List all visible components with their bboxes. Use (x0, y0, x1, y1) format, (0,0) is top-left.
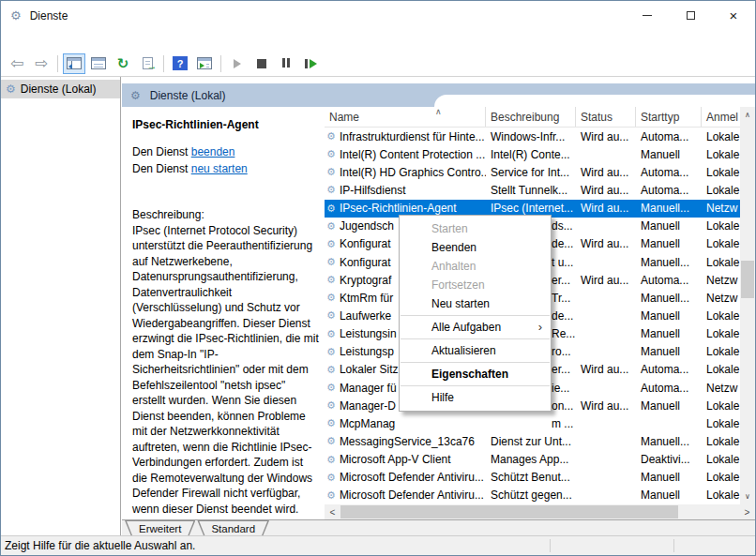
service-description-cell: Manages App... (486, 453, 576, 466)
service-row[interactable]: ⚙Infrastrukturdienst für Hinte... Window… (325, 128, 742, 145)
column-header-starttyp[interactable]: Starttyp (636, 107, 702, 127)
list-tab-curve (434, 95, 755, 107)
scroll-right-button[interactable]: > (739, 504, 755, 519)
status-text: Zeigt Hilfe für die aktuelle Auswahl an. (5, 539, 195, 552)
service-name: Manager-D (340, 399, 396, 413)
service-starttype-cell: Manuell (636, 309, 702, 323)
service-row[interactable]: ⚙Microsoft App-V Client Manages App... D… (325, 451, 742, 469)
context-menu-item-label: Anhalten (431, 260, 476, 273)
start-service-button[interactable] (226, 53, 249, 74)
description-label: Beschreibung: (132, 207, 319, 223)
minimize-button[interactable] (626, 1, 669, 30)
scroll-up-button[interactable]: ∧ (740, 107, 755, 123)
forward-arrow-icon: ⇨ (35, 55, 48, 71)
service-starttype-cell: Manuell... (636, 202, 702, 215)
service-logon-cell: Lokale (702, 435, 742, 448)
service-logon-cell: Lokale (702, 166, 742, 179)
context-menu-item[interactable]: Neu starten (400, 294, 551, 313)
service-logon-cell: Netzw (702, 274, 742, 287)
selected-service-title: IPsec-Richtlinien-Agent (132, 118, 319, 131)
horizontal-scroll-thumb[interactable] (340, 505, 678, 518)
column-header-name[interactable]: Name (325, 107, 486, 127)
service-row[interactable]: ⚙MessagingService_13ca76 Dienst zur Unt.… (325, 432, 742, 450)
list-header: ∧ Name Beschreibung Status Starttyp Anme… (325, 107, 742, 128)
scroll-down-button[interactable]: ∨ (740, 488, 755, 504)
service-name: Konfigurat (340, 237, 391, 250)
window-title: Dienste (30, 9, 68, 23)
extended-view-button[interactable] (193, 53, 216, 74)
stop-line-prefix: Den Dienst (132, 145, 191, 158)
context-menu-item-label: Neu starten (431, 297, 490, 310)
service-name-cell: ⚙Microsoft App-V Client (325, 453, 486, 466)
service-description-cell: IPsec (Internet... (486, 202, 576, 215)
properties-icon (91, 57, 106, 69)
service-gear-icon: ⚙ (326, 436, 336, 446)
context-menu-item[interactable]: Fortsetzen (400, 276, 551, 294)
context-menu-item (401, 315, 550, 316)
menu-item[interactable] (3, 38, 22, 42)
service-name-cell: ⚙MessagingService_13ca76 (325, 435, 486, 448)
restart-service-link[interactable]: neu starten (191, 162, 248, 175)
service-row[interactable]: ⚙Intel(R) HD Graphics Contro... Service … (325, 163, 742, 181)
restart-service-button[interactable] (299, 53, 322, 74)
service-gear-icon: ⚙ (326, 167, 336, 177)
scroll-left-button[interactable]: < (325, 504, 340, 519)
context-menu-item[interactable]: Hilfe (400, 388, 551, 407)
view-tab[interactable]: Erweitert (125, 520, 195, 536)
close-button[interactable]: × (712, 1, 755, 30)
column-header-beschreibung[interactable]: Beschreibung (486, 107, 576, 127)
service-description-cell: Intel(R) Conte... (486, 148, 576, 161)
menu-item[interactable] (59, 38, 78, 42)
back-button[interactable]: ⇦ (6, 53, 28, 74)
horizontal-scrollbar[interactable]: < > (325, 504, 755, 519)
service-starttype-cell: Manuell (636, 399, 702, 413)
export-list-button[interactable]: → (136, 53, 159, 74)
show-console-tree-button[interactable] (63, 53, 85, 74)
status-bar: Zeigt Hilfe für die aktuelle Auswahl an. (1, 535, 755, 555)
maximize-button[interactable] (669, 1, 712, 30)
context-menu-item[interactable]: Starten (400, 219, 551, 238)
context-menu-item[interactable]: Alle Aufgaben › (400, 318, 551, 337)
vertical-scrollbar[interactable]: ∧ ∨ (740, 107, 755, 504)
stop-service-button[interactable] (250, 53, 273, 74)
service-logon-cell: Netzw (702, 292, 742, 305)
refresh-button[interactable]: ↻ (112, 53, 134, 74)
vertical-scroll-thumb[interactable] (741, 261, 754, 298)
context-menu-item[interactable]: Anhalten (400, 257, 551, 276)
service-name-cell: ⚙Intel(R) HD Graphics Contro... (325, 166, 486, 179)
service-row[interactable]: ⚙Intel(R) Content Protection ... Intel(R… (325, 145, 742, 163)
tree-item-dienste-lokal[interactable]: ⚙ Dienste (Lokal) (1, 80, 120, 98)
menu-item[interactable] (22, 38, 40, 42)
maximize-icon (687, 11, 695, 20)
service-starttype-cell: Manuell... (636, 435, 702, 448)
service-gear-icon: ⚙ (326, 473, 336, 483)
column-header-anmelden[interactable]: Anmel (702, 107, 742, 127)
pause-service-button[interactable] (275, 53, 297, 74)
service-row[interactable]: ⚙IP-Hilfsdienst Stellt Tunnelk... Wird a… (325, 181, 742, 199)
context-menu-item[interactable]: Eigenschaften (400, 365, 551, 383)
help-button[interactable]: ? (169, 53, 191, 74)
service-starttype-cell: Manuell... (636, 292, 702, 305)
view-tabs: ErweitertStandard (122, 519, 755, 536)
column-header-status[interactable]: Status (576, 107, 636, 127)
context-menu-item[interactable]: Aktualisieren (400, 341, 551, 360)
context-menu-item (401, 362, 550, 363)
forward-button[interactable]: ⇨ (30, 53, 53, 74)
service-name: KtmRm für (340, 292, 393, 305)
service-row[interactable]: ⚙Microsoft Defender Antiviru... Schützt … (325, 469, 742, 487)
service-gear-icon: ⚙ (326, 149, 336, 159)
service-name-cell: ⚙Intel(R) Content Protection ... (325, 148, 486, 161)
stop-service-link[interactable]: beenden (191, 145, 235, 158)
service-description-cell: Service for Int... (486, 166, 576, 179)
service-row[interactable]: ⚙McpManag m ... Lokale (325, 414, 742, 432)
view-tab-label: Erweitert (126, 521, 194, 535)
menu-item[interactable] (40, 38, 59, 42)
service-row[interactable]: ⚙Microsoft Defender Antiviru... Schützt … (325, 487, 742, 504)
service-gear-icon: ⚙ (326, 257, 336, 267)
properties-button[interactable] (87, 53, 110, 74)
service-status-cell: Wird au... (576, 399, 636, 413)
view-tab[interactable]: Standard (197, 520, 269, 536)
service-starttype-cell: Manuell (636, 345, 702, 358)
context-menu-item[interactable]: Beenden (400, 238, 551, 257)
service-gear-icon: ⚙ (326, 185, 336, 195)
